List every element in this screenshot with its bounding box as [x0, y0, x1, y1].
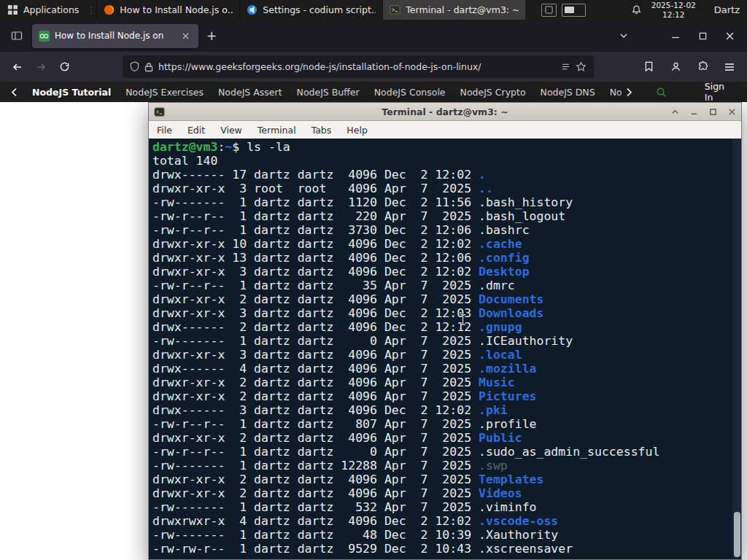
url-text[interactable]: https://www.geeksforgeeks.org/node-js/in…	[158, 61, 556, 72]
terminal-content[interactable]: dartz@vm3:~$ ls -la total 140drwx------ …	[149, 139, 741, 559]
firefox-view-icon[interactable]	[7, 26, 27, 46]
site-nav-link[interactable]: NodeJS Assert	[218, 87, 282, 98]
menu-help[interactable]: Help	[347, 125, 368, 136]
menu-view[interactable]: View	[220, 125, 242, 136]
terminal-line: drwxr-xr-x 2 dartz dartz 4096 Apr 7 2025…	[152, 431, 741, 445]
tab-title: How to Install Node.js on	[55, 31, 174, 41]
site-nav-link[interactable]: NodeJS Buffer	[297, 87, 360, 98]
browser-tab[interactable]: How to Install Node.js on	[32, 24, 198, 48]
account-icon[interactable]	[664, 56, 687, 78]
taskbar-button-browser[interactable]: How to Install Node.js o...	[96, 0, 239, 20]
site-nav-link[interactable]: NodeJS Crypto	[460, 87, 526, 98]
file-name: .cache	[479, 237, 522, 251]
menu-hamburger-icon[interactable]	[718, 56, 741, 78]
taskbar-button-codium[interactable]: Settings - codium script...	[239, 0, 382, 20]
site-nav-link[interactable]: NodeJS DNS	[541, 87, 595, 98]
terminal-line: drwx------ 17 dartz dartz 4096 Dec 2 12:…	[152, 168, 741, 182]
terminal-icon	[154, 106, 165, 117]
reader-mode-icon[interactable]	[561, 62, 570, 71]
lock-icon[interactable]	[144, 62, 153, 72]
search-icon[interactable]	[656, 87, 667, 98]
terminal-line: -rw-r--r-- 1 dartz dartz 220 Apr 7 2025 …	[152, 209, 741, 223]
menu-file[interactable]: File	[157, 125, 172, 136]
terminal-line: -rw-r--r-- 1 dartz dartz 0 Apr 7 2025 .s…	[152, 445, 741, 459]
panel-clock[interactable]: 2025-12-02 12:12	[651, 1, 696, 19]
site-nav-link[interactable]: NodeJS Exercises	[125, 87, 204, 98]
window-minimize-button[interactable]	[665, 26, 686, 45]
file-name: .swp	[479, 459, 508, 472]
terminal-titlebar[interactable]: Terminal - dartz@vm3: ~	[149, 103, 741, 121]
pocket-icon[interactable]	[637, 56, 660, 78]
file-name: .bashrc	[479, 223, 530, 237]
reload-button[interactable]	[53, 56, 76, 78]
new-tab-button[interactable]: +	[201, 25, 222, 47]
terminal-line: drwx------ 4 dartz dartz 4096 Apr 7 2025…	[152, 362, 741, 376]
tab-close-icon[interactable]	[179, 29, 192, 42]
file-name: Documents	[479, 292, 543, 306]
minimize-window-button[interactable]	[690, 108, 698, 116]
bookmark-star-icon[interactable]	[576, 61, 587, 72]
menu-terminal[interactable]: Terminal	[258, 125, 296, 136]
shade-window-button[interactable]	[671, 108, 679, 116]
workspace-switcher[interactable]	[562, 4, 586, 17]
terminal-line: drwxr-xr-x 3 root root 4096 Apr 7 2025 .…	[152, 182, 741, 195]
chevron-right-icon[interactable]	[626, 88, 632, 97]
site-nav-link[interactable]: NodeJS Console	[374, 87, 446, 98]
system-tray	[541, 4, 586, 17]
list-tabs-chevron-icon[interactable]	[614, 26, 633, 45]
close-window-button[interactable]	[728, 108, 736, 116]
terminal-line: drwx------ 3 dartz dartz 4096 Dec 2 12:0…	[152, 403, 741, 417]
taskbar-button-terminal[interactable]: Terminal - dartz@vm3: ~	[382, 0, 525, 20]
terminal-menubar: File Edit View Terminal Tabs Help	[149, 121, 741, 139]
tracking-shield-icon[interactable]	[130, 61, 139, 72]
file-name: .bash_logout	[479, 209, 565, 223]
toolbar-right-icons	[633, 56, 741, 78]
file-name: ..	[479, 182, 493, 195]
taskbar-button-label: Terminal - dartz@vm3: ~	[406, 4, 519, 15]
browser-toolbar: https://www.geeksforgeeks.org/node-js/in…	[0, 52, 747, 82]
clock-date: 2025-12-02	[651, 1, 696, 9]
file-name: .sudo_as_admin_successful	[479, 445, 659, 459]
terminal-line: drwx------ 2 dartz dartz 4096 Dec 2 12:1…	[152, 320, 741, 334]
maximize-window-button[interactable]	[709, 108, 717, 116]
window-close-button[interactable]	[719, 26, 740, 45]
taskbar-button-label: Settings - codium script...	[263, 4, 376, 15]
file-name: .Xauthority	[479, 528, 558, 542]
file-name: Downloads	[479, 306, 543, 320]
panel-handle: ⋮	[86, 5, 96, 15]
file-name: .	[479, 168, 486, 182]
back-button[interactable]	[6, 56, 29, 78]
file-name: .gnupg	[479, 320, 522, 334]
terminal-line: drwxr-xr-x 10 dartz dartz 4096 Dec 2 12:…	[152, 237, 741, 251]
clock-time: 12:12	[651, 10, 696, 19]
menu-tabs[interactable]: Tabs	[311, 125, 332, 136]
file-name: .profile	[479, 417, 536, 431]
sign-in-button[interactable]: Sign In	[705, 81, 724, 103]
menu-edit[interactable]: Edit	[187, 125, 205, 136]
forward-button[interactable]	[29, 56, 53, 78]
terminal-line: -rw------- 1 dartz dartz 0 Apr 7 2025 .I…	[152, 334, 741, 348]
scrollbar-thumb[interactable]	[734, 512, 740, 557]
notification-bell-icon[interactable]	[631, 4, 642, 15]
indicator-icon[interactable]	[541, 4, 557, 17]
panel-username[interactable]: Dartz	[714, 4, 740, 15]
terminal-line: -rw------- 1 dartz dartz 48 Dec 2 10:39 …	[152, 528, 741, 542]
file-name: .vscode-oss	[479, 514, 558, 528]
terminal-line: drwxr-xr-x 3 dartz dartz 4096 Dec 2 12:0…	[152, 306, 741, 320]
applications-menu-button[interactable]: Applications	[0, 0, 86, 20]
terminal-scrollbar[interactable]	[732, 139, 741, 559]
file-name: .viminfo	[479, 500, 536, 514]
terminal-prompt-line: dartz@vm3:~$ ls -la	[152, 140, 741, 154]
chevron-left-icon[interactable]	[11, 88, 18, 97]
window-maximize-button[interactable]	[692, 26, 713, 45]
site-nav-link[interactable]: Node	[610, 87, 622, 98]
terminal-line: drwxr-xr-x 3 dartz dartz 4096 Dec 2 12:0…	[152, 265, 741, 279]
file-name: .pki	[479, 403, 508, 417]
taskbar-button-label: How to Install Node.js o...	[120, 4, 233, 15]
file-name: .ICEauthority	[479, 334, 573, 348]
prompt-path: ~	[225, 140, 232, 154]
url-bar[interactable]: https://www.geeksforgeeks.org/node-js/in…	[123, 55, 594, 78]
site-nav-link[interactable]: NodeJS Tutorial	[32, 87, 111, 98]
terminal-line: drwxr-xr-x 2 dartz dartz 4096 Apr 7 2025…	[152, 292, 741, 306]
extensions-icon[interactable]	[691, 56, 714, 78]
